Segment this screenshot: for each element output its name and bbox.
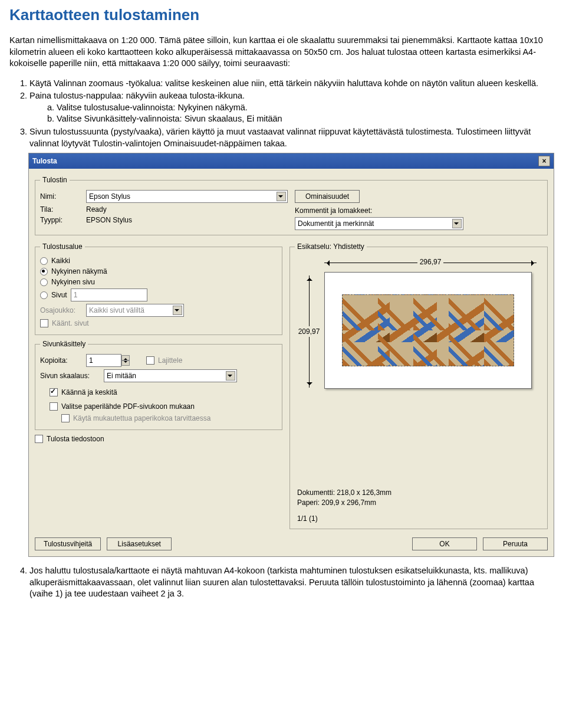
page-count-info: 1/1 (1) xyxy=(297,514,542,524)
step-2a: a. Valitse tulostusalue-valinnoista: Nyk… xyxy=(47,102,557,114)
height-value: 209,97 xyxy=(298,326,320,337)
subset-label: Osajoukko: xyxy=(40,306,81,314)
radio-pages[interactable]: Sivut 1 xyxy=(40,288,277,301)
pages-input-value: 1 xyxy=(74,291,78,299)
step-2b: b. Valitse Sivunkäsittely-valinnoista: S… xyxy=(47,113,557,125)
printer-name-label: Nimi: xyxy=(40,192,81,201)
autorotate-check[interactable]: Käännä ja keskitä xyxy=(50,388,277,396)
comments-label: Kommentit ja lomakkeet: xyxy=(295,206,542,215)
copies-down[interactable] xyxy=(121,360,130,366)
custompaper-label: Käytä mukautettua paperikokoa tarvittaes… xyxy=(73,414,210,422)
autorotate-label: Käännä ja keskitä xyxy=(61,388,117,396)
page-handling-legend: Sivunkäsittely xyxy=(40,340,88,348)
step-1: Käytä Valinnan zoomaus -työkalua: valits… xyxy=(29,78,557,90)
papersource-check[interactable]: Valitse paperilähde PDF-sivukoon mukaan xyxy=(50,402,277,411)
width-value: 296,97 xyxy=(417,258,444,266)
comments-value: Dokumentit ja merkinnät xyxy=(298,219,374,228)
radio-current-view-label: Nykyinen näkymä xyxy=(51,267,107,276)
radio-current-page-label: Nykyinen sivu xyxy=(51,278,95,286)
comments-select[interactable]: Dokumentit ja merkinnät xyxy=(295,217,463,230)
print-to-file-label: Tulosta tiedostoon xyxy=(47,435,104,443)
map-thumbnail xyxy=(342,294,514,366)
printer-status-value: Ready xyxy=(86,205,107,214)
advanced-button[interactable]: Lisäasetukset xyxy=(107,537,172,550)
printer-status-label: Tila: xyxy=(40,205,81,214)
print-range-legend: Tulostusalue xyxy=(40,242,85,251)
dialog-titlebar: Tulosta × xyxy=(29,153,554,169)
ok-button[interactable]: OK xyxy=(412,537,477,550)
properties-button[interactable]: Ominaisuudet xyxy=(295,190,360,203)
copies-spinner[interactable]: 1 xyxy=(86,354,130,367)
page-handling-group: Sivunkäsittely Kopioita: 1 Lajittele Siv… xyxy=(35,340,282,430)
width-dimension: 296,97 xyxy=(324,258,537,266)
step-2: Paina tulostus-nappulaa: näkyviin aukeaa… xyxy=(29,90,557,125)
cancel-button[interactable]: Peruuta xyxy=(483,537,548,550)
copies-value: 1 xyxy=(89,356,93,365)
tips-button[interactable]: Tulostusvihjeitä xyxy=(35,537,101,550)
step-3: Sivun tulostussuunta (pysty/vaaka), väri… xyxy=(29,126,557,149)
preview-area: 296,97 209,97 xyxy=(295,258,542,411)
dialog-title: Tulosta xyxy=(32,157,57,165)
print-dialog: Tulosta × Tulostin Nimi: Epson Stylus Ti… xyxy=(28,153,554,557)
page-title: Karttaotteen tulostaminen xyxy=(9,6,557,24)
printer-type-label: Tyyppi: xyxy=(40,216,81,224)
radio-pages-label: Sivut xyxy=(51,291,67,299)
papersource-label: Valitse paperilähde PDF-sivukoon mukaan xyxy=(61,402,195,411)
dialog-footer: Tulostusvihjeitä Lisäasetukset OK Peruut… xyxy=(35,537,548,550)
step-4: Jos haluttu tulostusala/karttaote ei näy… xyxy=(29,565,557,600)
pages-input[interactable]: 1 xyxy=(71,288,147,301)
steps-list: Käytä Valinnan zoomaus -työkalua: valits… xyxy=(9,78,557,149)
reverse-pages-label: Käänt. sivut xyxy=(52,319,89,327)
step-2-text: Paina tulostus-nappulaa: näkyviin aukeaa… xyxy=(29,91,245,100)
steps-list-cont: Jos haluttu tulostusala/karttaote ei näy… xyxy=(9,565,557,600)
subset-select: Kaikki sivut väliltä xyxy=(86,304,184,317)
print-to-file-check[interactable]: Tulosta tiedostoon xyxy=(35,435,282,443)
print-range-group: Tulostusalue Kaikki Nykyinen näkymä Nyky… xyxy=(35,242,282,335)
paper-preview xyxy=(324,272,532,389)
collate-label: Lajittele xyxy=(158,356,182,365)
close-button[interactable]: × xyxy=(538,156,550,166)
printer-legend: Tulostin xyxy=(40,176,70,184)
radio-current-page[interactable]: Nykyinen sivu xyxy=(40,278,277,286)
subset-value: Kaikki sivut väliltä xyxy=(89,306,144,314)
intro-paragraph: Kartan nimellismittakaava on 1:20 000. T… xyxy=(9,35,557,70)
paper-size-info: Paperi: 209,9 x 296,7mm xyxy=(297,498,542,508)
copies-label: Kopioita: xyxy=(40,356,81,365)
printer-name-value: Epson Stylus xyxy=(89,192,130,201)
reverse-pages-check: Käänt. sivut xyxy=(40,319,277,327)
printer-name-select[interactable]: Epson Stylus xyxy=(86,190,288,203)
printer-group: Tulostin Nimi: Epson Stylus Tila: Ready … xyxy=(35,176,548,235)
radio-all-label: Kaikki xyxy=(51,257,70,265)
copies-up[interactable] xyxy=(121,355,130,360)
scaling-value: Ei mitään xyxy=(107,372,136,380)
preview-group: Esikatselu: Yhdistetty 296,97 209,97 xyxy=(289,242,548,529)
document-size-info: Dokumentti: 218,0 x 126,3mm xyxy=(297,488,542,498)
scaling-select[interactable]: Ei mitään xyxy=(104,369,237,382)
radio-all[interactable]: Kaikki xyxy=(40,257,277,265)
custompaper-check: Käytä mukautettua paperikokoa tarvittaes… xyxy=(61,414,277,422)
preview-legend: Esikatselu: Yhdistetty xyxy=(295,242,367,251)
scaling-label: Sivun skaalaus: xyxy=(40,372,99,380)
printer-type-value: EPSON Stylus xyxy=(86,216,132,224)
collate-check: Lajittele xyxy=(146,356,182,365)
radio-current-view[interactable]: Nykyinen näkymä xyxy=(40,267,277,276)
height-dimension: 209,97 xyxy=(297,276,321,388)
